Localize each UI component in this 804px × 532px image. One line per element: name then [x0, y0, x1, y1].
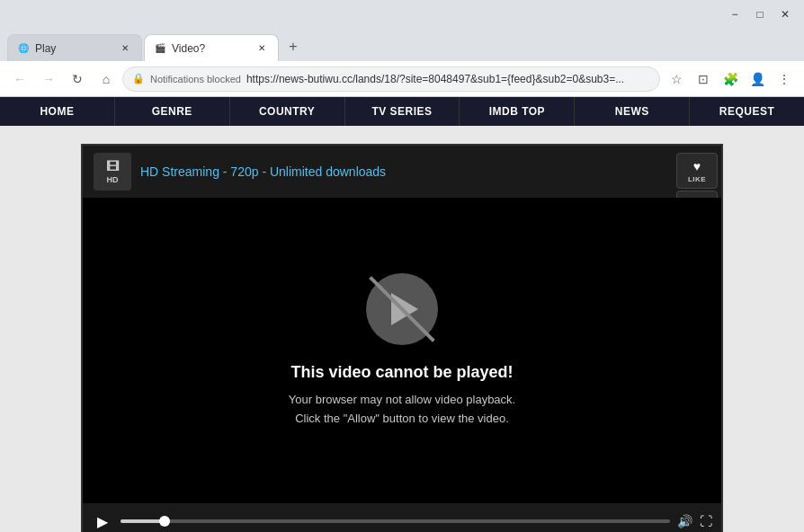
video-controls: ▶ 🔊 ⛶ [83, 503, 721, 532]
like-label: LIKE [688, 175, 706, 183]
forward-button[interactable]: → [36, 66, 61, 92]
close-button[interactable]: ✕ [773, 5, 797, 23]
tab-video-label: Video? [172, 42, 205, 55]
cast-button[interactable]: ⊡ [691, 66, 716, 92]
tab-play-label: Play [35, 42, 56, 55]
reload-button[interactable]: ↻ [65, 66, 90, 92]
like-button[interactable]: ♥ LIKE [676, 153, 718, 189]
progress-thumb [159, 516, 170, 527]
extensions-button[interactable]: 🧩 [718, 66, 743, 92]
video-top-bar: 🎞 HD HD Streaming - 720p - Unlimited dow… [83, 146, 721, 198]
notification-blocked-text: Notifications blocked [150, 74, 241, 84]
menu-button[interactable]: ⋮ [772, 66, 797, 92]
site-nav: HOME GENRE COUNTRY TV SERIES IMDB TOP NE… [0, 97, 804, 126]
tabs-bar: 🌐 Play ✕ 🎬 Video? ✕ + [0, 29, 804, 61]
fullscreen-button[interactable]: ⛶ [700, 514, 712, 528]
play-pause-button[interactable]: ▶ [92, 510, 113, 532]
volume-button[interactable]: 🔊 [677, 514, 692, 528]
tab-play[interactable]: 🌐 Play ✕ [7, 34, 142, 61]
nav-genre[interactable]: GENRE [115, 97, 230, 126]
cannot-play-text: Your browser may not allow video playbac… [289, 391, 515, 429]
main-content: 🎞 HD HD Streaming - 720p - Unlimited dow… [0, 126, 804, 532]
tab-video-close[interactable]: ✕ [255, 41, 269, 56]
title-bar: − □ ✕ [0, 0, 804, 29]
nav-home[interactable]: HOME [0, 97, 115, 126]
nav-news[interactable]: NEWS [575, 97, 690, 126]
progress-fill [121, 519, 165, 523]
url-text: https://news-butiwu.cc/lands/18/?site=80… [246, 73, 650, 85]
home-button[interactable]: ⌂ [94, 66, 119, 92]
play-blocked-icon [366, 273, 438, 345]
notification-blocked-icon: 🔒 [132, 73, 145, 84]
window-controls: − □ ✕ [723, 5, 797, 23]
new-tab-button[interactable]: + [281, 34, 306, 59]
video-main: This video cannot be played! Your browse… [83, 198, 721, 503]
tab-video-favicon: 🎬 [154, 42, 166, 55]
progress-bar[interactable] [121, 519, 670, 523]
film-icon: 🎞 [106, 159, 119, 173]
address-field[interactable]: 🔒 Notifications blocked https://news-but… [122, 66, 660, 92]
nav-country[interactable]: COUNTRY [230, 97, 345, 126]
nav-tv-series[interactable]: TV SERIES [345, 97, 460, 126]
nav-imdb-top[interactable]: IMDB TOP [460, 97, 575, 126]
hd-label: HD [107, 175, 119, 184]
tab-play-close[interactable]: ✕ [118, 41, 132, 56]
hd-icon: 🎞 HD [94, 153, 131, 191]
back-button[interactable]: ← [7, 66, 32, 92]
profile-button[interactable]: 👤 [745, 66, 770, 92]
play-triangle-icon [391, 293, 418, 325]
minimize-button[interactable]: − [723, 5, 746, 23]
video-title: HD Streaming - 720p - Unlimited download… [140, 164, 386, 179]
tab-play-favicon: 🌐 [17, 42, 30, 55]
heart-icon: ♥ [693, 159, 701, 173]
address-bar: ← → ↻ ⌂ 🔒 Notifications blocked https://… [0, 61, 804, 97]
error-line2: Click the "Allow" button to view the vid… [295, 412, 509, 425]
error-line1: Your browser may not allow video playbac… [289, 393, 515, 406]
tab-video[interactable]: 🎬 Video? ✕ [144, 34, 279, 61]
bookmark-button[interactable]: ☆ [664, 66, 689, 92]
address-actions: ☆ ⊡ 🧩 👤 ⋮ [664, 66, 797, 92]
nav-request[interactable]: REQUEST [690, 97, 804, 126]
video-container: 🎞 HD HD Streaming - 720p - Unlimited dow… [81, 144, 723, 532]
maximize-button[interactable]: □ [748, 5, 772, 23]
cannot-play-title: This video cannot be played! [290, 363, 513, 382]
